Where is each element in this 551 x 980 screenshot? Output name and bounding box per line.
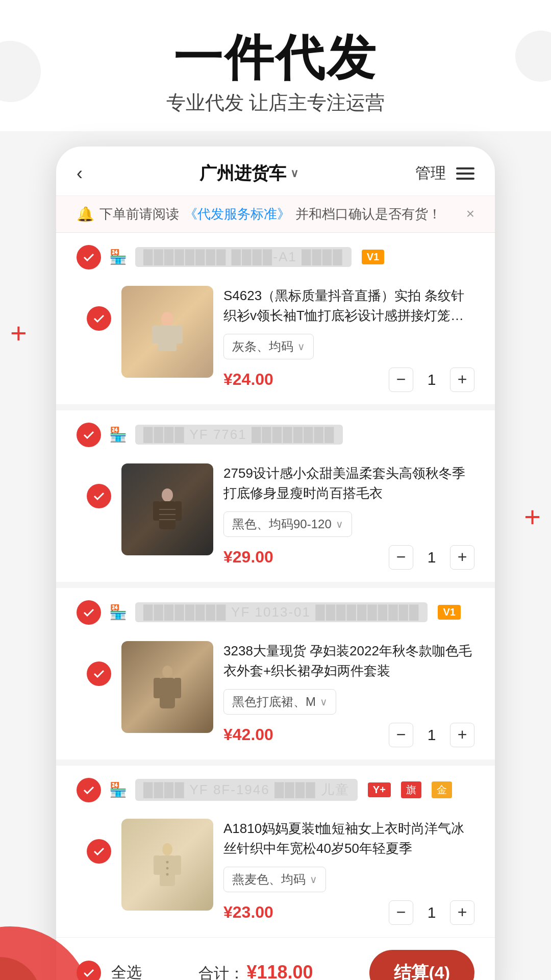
phone-frame: ‹ 广州进货车 ∨ 管理 🔔 下单前请阅读 《代发服务标准》 并和档口确认是否有… bbox=[56, 146, 495, 980]
product-4-checkbox[interactable] bbox=[87, 839, 111, 864]
svg-rect-3 bbox=[152, 326, 159, 344]
svg-point-1 bbox=[161, 312, 173, 326]
product-2-checkbox[interactable] bbox=[87, 484, 111, 508]
product-1-image bbox=[121, 286, 213, 378]
product-2-price-row: ¥29.00 − 1 + bbox=[223, 545, 474, 570]
product-1-info: S4623（黑标质量抖音直播）实拍 条纹针织衫v领长袖T恤打底衫设计感拼接灯笼袖… bbox=[223, 286, 474, 392]
product-1-increase-button[interactable]: + bbox=[450, 368, 474, 392]
product-4-variant[interactable]: 燕麦色、均码 ∨ bbox=[223, 867, 326, 892]
seller-4-badge-flag: 旗 bbox=[401, 781, 421, 798]
product-4-image bbox=[121, 819, 213, 911]
product-1-quantity: 1 bbox=[421, 371, 442, 388]
svg-rect-22 bbox=[174, 855, 181, 875]
seller-2-shop-icon: 🏪 bbox=[109, 426, 127, 443]
svg-point-14 bbox=[162, 666, 172, 678]
product-2-img-inner bbox=[121, 463, 213, 555]
product-4-increase-button[interactable]: + bbox=[450, 900, 474, 925]
seller-1-checkbox[interactable] bbox=[77, 245, 101, 270]
notice-close-button[interactable]: × bbox=[466, 206, 474, 222]
product-3-image bbox=[121, 641, 213, 733]
product-2-variant-arrow: ∨ bbox=[336, 518, 343, 530]
product-3-variant[interactable]: 黑色打底裙、M ∨ bbox=[223, 689, 336, 715]
product-2-quantity-control: − 1 + bbox=[389, 545, 474, 570]
svg-point-24 bbox=[166, 867, 169, 869]
product-1-title: S4623（黑标质量抖音直播）实拍 条纹针织衫v领长袖T恤打底衫设计感拼接灯笼袖… bbox=[223, 286, 474, 326]
seller-3-badge: V1 bbox=[438, 605, 460, 620]
product-3-title: 3238大量现货 孕妇装2022年秋冬款咖色毛衣外套+织长裙孕妇两件套装 bbox=[223, 641, 474, 681]
product-2-decrease-button[interactable]: − bbox=[389, 545, 413, 570]
menu-line-2 bbox=[456, 173, 474, 175]
menu-icon[interactable] bbox=[456, 167, 474, 180]
seller-3-checkbox[interactable] bbox=[77, 600, 101, 625]
product-1-price: ¥24.00 bbox=[223, 370, 273, 389]
seller-group-2: 🏪 ████ YF 7761 ████████ bbox=[56, 410, 495, 588]
product-2-variant[interactable]: 黑色、均码90-120 ∨ bbox=[223, 511, 352, 537]
product-1-decrease-button[interactable]: − bbox=[389, 368, 413, 392]
notice-link[interactable]: 《代发服务标准》 bbox=[184, 205, 290, 223]
notice-text-prefix: 下单前请阅读 bbox=[99, 205, 179, 223]
bottom-bar: 全选 合计： ¥118.00 结算(4) bbox=[56, 937, 495, 980]
deco-arc-container bbox=[0, 896, 102, 980]
svg-rect-7 bbox=[159, 501, 176, 529]
page-header: 一件代发 专业代发 让店主专注运营 bbox=[0, 0, 551, 131]
seller-group-3: 🏪 ████████ YF 1013-01 ██████████ V1 bbox=[56, 588, 495, 766]
product-4-decrease-button[interactable]: − bbox=[389, 900, 413, 925]
product-2-info: 2759设计感小众甜美温柔套头高领秋冬季打底修身显瘦时尚百搭毛衣 黑色、均码90… bbox=[223, 463, 474, 570]
product-4-variant-text: 燕麦色、均码 bbox=[232, 871, 306, 888]
product-1-variant-text: 灰条、均码 bbox=[232, 338, 293, 355]
deco-plus-right: + bbox=[524, 500, 541, 533]
product-3-price-row: ¥42.00 − 1 + bbox=[223, 723, 474, 747]
product-1-price-row: ¥24.00 − 1 + bbox=[223, 368, 474, 392]
seller-4-shop-icon: 🏪 bbox=[109, 781, 127, 798]
product-3-quantity: 1 bbox=[421, 726, 442, 744]
nav-right-area: 管理 bbox=[415, 163, 474, 184]
product-row-4: A1810妈妈夏装t恤短袖女上衣时尚洋气冰丝针织中年宽松40岁50年轻夏季 燕麦… bbox=[56, 811, 495, 937]
seller-2-name: ████ YF 7761 ████████ bbox=[135, 425, 343, 445]
product-2-title: 2759设计感小众甜美温柔套头高领秋冬季打底修身显瘦时尚百搭毛衣 bbox=[223, 463, 474, 503]
notice-bar: 🔔 下单前请阅读 《代发服务标准》 并和档口确认是否有货！ × bbox=[56, 196, 495, 233]
seller-2-checkbox[interactable] bbox=[77, 423, 101, 447]
product-2-image bbox=[121, 463, 213, 555]
product-3-decrease-button[interactable]: − bbox=[389, 723, 413, 747]
deco-plus-left: + bbox=[10, 316, 27, 350]
product-3-checkbox[interactable] bbox=[87, 662, 111, 686]
seller-row-1: 🏪 ████████ ████-A1 ████ V1 bbox=[56, 233, 495, 278]
svg-rect-4 bbox=[176, 326, 183, 344]
nav-title-area[interactable]: 广州进货车 ∨ bbox=[199, 162, 298, 185]
svg-rect-16 bbox=[154, 678, 161, 698]
svg-point-6 bbox=[162, 488, 173, 502]
product-row-2: 2759设计感小众甜美温柔套头高领秋冬季打底修身显瘦时尚百搭毛衣 黑色、均码90… bbox=[56, 455, 495, 582]
seller-4-badge-gold: 金 bbox=[432, 781, 452, 798]
seller-4-checkbox[interactable] bbox=[77, 778, 101, 802]
product-row-3: 3238大量现货 孕妇装2022年秋冬款咖色毛衣外套+织长裙孕妇两件套装 黑色打… bbox=[56, 633, 495, 760]
deco-arc-svg bbox=[0, 896, 102, 980]
total-price: ¥118.00 bbox=[246, 962, 313, 980]
product-1-checkbox[interactable] bbox=[87, 306, 111, 331]
manage-button[interactable]: 管理 bbox=[415, 163, 446, 184]
seller-3-name: ████████ YF 1013-01 ██████████ bbox=[135, 602, 428, 622]
product-1-variant[interactable]: 灰条、均码 ∨ bbox=[223, 334, 314, 359]
product-3-img-inner bbox=[121, 641, 213, 733]
product-3-quantity-control: − 1 + bbox=[389, 723, 474, 747]
product-2-price: ¥29.00 bbox=[223, 548, 273, 567]
svg-rect-20 bbox=[160, 855, 175, 886]
product-3-increase-button[interactable]: + bbox=[450, 723, 474, 747]
nav-bar: ‹ 广州进货车 ∨ 管理 bbox=[56, 146, 495, 196]
seller-row-4: 🏪 ████ YF 8F-1946 ████ 儿童 Y+ 旗 金 bbox=[56, 766, 495, 811]
svg-point-19 bbox=[162, 843, 172, 855]
product-2-increase-button[interactable]: + bbox=[450, 545, 474, 570]
product-4-info: A1810妈妈夏装t恤短袖女上衣时尚洋气冰丝针织中年宽松40岁50年轻夏季 燕麦… bbox=[223, 819, 474, 925]
bell-icon: 🔔 bbox=[77, 206, 94, 223]
checkout-button[interactable]: 结算(4) bbox=[369, 950, 474, 980]
menu-line-3 bbox=[456, 178, 474, 180]
back-button[interactable]: ‹ bbox=[77, 163, 83, 184]
product-3-variant-text: 黑色打底裙、M bbox=[232, 694, 316, 710]
nav-title-text: 广州进货车 bbox=[199, 162, 286, 185]
total-area: 合计： ¥118.00 bbox=[152, 962, 359, 980]
nav-title-dropdown-icon: ∨ bbox=[290, 167, 298, 180]
notice-text-suffix: 并和档口确认是否有货！ bbox=[295, 205, 441, 223]
seller-1-shop-icon: 🏪 bbox=[109, 249, 127, 265]
seller-group-1: 🏪 ████████ ████-A1 ████ V1 bbox=[56, 233, 495, 410]
cart-items-list: 🏪 ████████ ████-A1 ████ V1 bbox=[56, 233, 495, 937]
seller-3-shop-icon: 🏪 bbox=[109, 604, 127, 621]
